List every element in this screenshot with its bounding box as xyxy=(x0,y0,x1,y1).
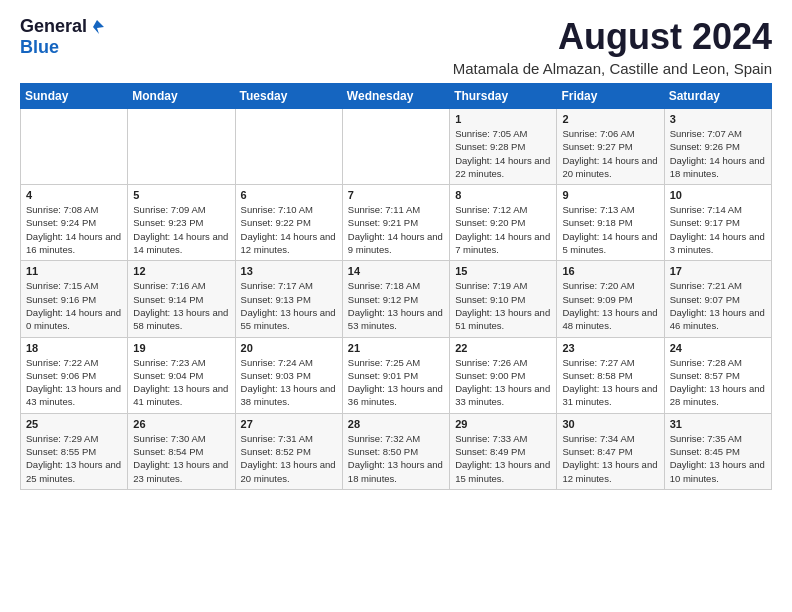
day-number: 6 xyxy=(241,189,337,201)
day-info: Sunrise: 7:08 AMSunset: 9:24 PMDaylight:… xyxy=(26,203,122,256)
day-cell: 26Sunrise: 7:30 AMSunset: 8:54 PMDayligh… xyxy=(128,413,235,489)
day-info: Sunrise: 7:12 AMSunset: 9:20 PMDaylight:… xyxy=(455,203,551,256)
day-info: Sunrise: 7:27 AMSunset: 8:58 PMDaylight:… xyxy=(562,356,658,409)
day-info: Sunrise: 7:23 AMSunset: 9:04 PMDaylight:… xyxy=(133,356,229,409)
day-info: Sunrise: 7:22 AMSunset: 9:06 PMDaylight:… xyxy=(26,356,122,409)
day-cell: 3Sunrise: 7:07 AMSunset: 9:26 PMDaylight… xyxy=(664,109,771,185)
day-number: 21 xyxy=(348,342,444,354)
day-cell: 22Sunrise: 7:26 AMSunset: 9:00 PMDayligh… xyxy=(450,337,557,413)
day-cell: 29Sunrise: 7:33 AMSunset: 8:49 PMDayligh… xyxy=(450,413,557,489)
day-info: Sunrise: 7:25 AMSunset: 9:01 PMDaylight:… xyxy=(348,356,444,409)
header: General Blue August 2024 Matamala de Alm… xyxy=(20,16,772,77)
day-cell: 23Sunrise: 7:27 AMSunset: 8:58 PMDayligh… xyxy=(557,337,664,413)
day-info: Sunrise: 7:29 AMSunset: 8:55 PMDaylight:… xyxy=(26,432,122,485)
day-info: Sunrise: 7:26 AMSunset: 9:00 PMDaylight:… xyxy=(455,356,551,409)
logo-blue: Blue xyxy=(20,37,59,57)
day-cell: 27Sunrise: 7:31 AMSunset: 8:52 PMDayligh… xyxy=(235,413,342,489)
week-row-0: 1Sunrise: 7:05 AMSunset: 9:28 PMDaylight… xyxy=(21,109,772,185)
day-info: Sunrise: 7:17 AMSunset: 9:13 PMDaylight:… xyxy=(241,279,337,332)
day-info: Sunrise: 7:09 AMSunset: 9:23 PMDaylight:… xyxy=(133,203,229,256)
day-cell: 2Sunrise: 7:06 AMSunset: 9:27 PMDaylight… xyxy=(557,109,664,185)
day-number: 4 xyxy=(26,189,122,201)
day-cell: 13Sunrise: 7:17 AMSunset: 9:13 PMDayligh… xyxy=(235,261,342,337)
day-number: 7 xyxy=(348,189,444,201)
calendar-table: SundayMondayTuesdayWednesdayThursdayFrid… xyxy=(20,83,772,490)
day-info: Sunrise: 7:30 AMSunset: 8:54 PMDaylight:… xyxy=(133,432,229,485)
day-number: 14 xyxy=(348,265,444,277)
day-cell: 10Sunrise: 7:14 AMSunset: 9:17 PMDayligh… xyxy=(664,185,771,261)
day-cell xyxy=(128,109,235,185)
day-cell xyxy=(21,109,128,185)
logo-bird-icon xyxy=(88,18,106,36)
day-cell: 4Sunrise: 7:08 AMSunset: 9:24 PMDaylight… xyxy=(21,185,128,261)
day-cell xyxy=(342,109,449,185)
day-info: Sunrise: 7:35 AMSunset: 8:45 PMDaylight:… xyxy=(670,432,766,485)
day-number: 11 xyxy=(26,265,122,277)
day-info: Sunrise: 7:14 AMSunset: 9:17 PMDaylight:… xyxy=(670,203,766,256)
day-number: 16 xyxy=(562,265,658,277)
day-cell xyxy=(235,109,342,185)
day-info: Sunrise: 7:13 AMSunset: 9:18 PMDaylight:… xyxy=(562,203,658,256)
day-info: Sunrise: 7:05 AMSunset: 9:28 PMDaylight:… xyxy=(455,127,551,180)
day-cell: 30Sunrise: 7:34 AMSunset: 8:47 PMDayligh… xyxy=(557,413,664,489)
day-cell: 15Sunrise: 7:19 AMSunset: 9:10 PMDayligh… xyxy=(450,261,557,337)
day-info: Sunrise: 7:07 AMSunset: 9:26 PMDaylight:… xyxy=(670,127,766,180)
day-cell: 17Sunrise: 7:21 AMSunset: 9:07 PMDayligh… xyxy=(664,261,771,337)
day-cell: 7Sunrise: 7:11 AMSunset: 9:21 PMDaylight… xyxy=(342,185,449,261)
header-sunday: Sunday xyxy=(21,84,128,109)
day-cell: 5Sunrise: 7:09 AMSunset: 9:23 PMDaylight… xyxy=(128,185,235,261)
page-title: August 2024 xyxy=(453,16,772,58)
day-cell: 19Sunrise: 7:23 AMSunset: 9:04 PMDayligh… xyxy=(128,337,235,413)
day-number: 23 xyxy=(562,342,658,354)
day-number: 2 xyxy=(562,113,658,125)
day-cell: 20Sunrise: 7:24 AMSunset: 9:03 PMDayligh… xyxy=(235,337,342,413)
day-info: Sunrise: 7:31 AMSunset: 8:52 PMDaylight:… xyxy=(241,432,337,485)
day-number: 17 xyxy=(670,265,766,277)
day-number: 22 xyxy=(455,342,551,354)
day-number: 27 xyxy=(241,418,337,430)
week-row-2: 11Sunrise: 7:15 AMSunset: 9:16 PMDayligh… xyxy=(21,261,772,337)
day-number: 12 xyxy=(133,265,229,277)
logo-general: General xyxy=(20,16,87,37)
day-cell: 11Sunrise: 7:15 AMSunset: 9:16 PMDayligh… xyxy=(21,261,128,337)
day-info: Sunrise: 7:06 AMSunset: 9:27 PMDaylight:… xyxy=(562,127,658,180)
day-number: 13 xyxy=(241,265,337,277)
day-number: 19 xyxy=(133,342,229,354)
day-info: Sunrise: 7:28 AMSunset: 8:57 PMDaylight:… xyxy=(670,356,766,409)
day-cell: 9Sunrise: 7:13 AMSunset: 9:18 PMDaylight… xyxy=(557,185,664,261)
week-row-3: 18Sunrise: 7:22 AMSunset: 9:06 PMDayligh… xyxy=(21,337,772,413)
day-info: Sunrise: 7:11 AMSunset: 9:21 PMDaylight:… xyxy=(348,203,444,256)
header-saturday: Saturday xyxy=(664,84,771,109)
week-row-1: 4Sunrise: 7:08 AMSunset: 9:24 PMDaylight… xyxy=(21,185,772,261)
day-number: 9 xyxy=(562,189,658,201)
day-cell: 12Sunrise: 7:16 AMSunset: 9:14 PMDayligh… xyxy=(128,261,235,337)
days-of-week-row: SundayMondayTuesdayWednesdayThursdayFrid… xyxy=(21,84,772,109)
day-number: 15 xyxy=(455,265,551,277)
day-info: Sunrise: 7:19 AMSunset: 9:10 PMDaylight:… xyxy=(455,279,551,332)
day-info: Sunrise: 7:10 AMSunset: 9:22 PMDaylight:… xyxy=(241,203,337,256)
day-info: Sunrise: 7:32 AMSunset: 8:50 PMDaylight:… xyxy=(348,432,444,485)
day-number: 24 xyxy=(670,342,766,354)
day-info: Sunrise: 7:34 AMSunset: 8:47 PMDaylight:… xyxy=(562,432,658,485)
day-info: Sunrise: 7:16 AMSunset: 9:14 PMDaylight:… xyxy=(133,279,229,332)
day-number: 10 xyxy=(670,189,766,201)
day-info: Sunrise: 7:21 AMSunset: 9:07 PMDaylight:… xyxy=(670,279,766,332)
logo: General Blue xyxy=(20,16,107,58)
day-number: 5 xyxy=(133,189,229,201)
title-area: August 2024 Matamala de Almazan, Castill… xyxy=(453,16,772,77)
week-row-4: 25Sunrise: 7:29 AMSunset: 8:55 PMDayligh… xyxy=(21,413,772,489)
day-cell: 6Sunrise: 7:10 AMSunset: 9:22 PMDaylight… xyxy=(235,185,342,261)
day-info: Sunrise: 7:24 AMSunset: 9:03 PMDaylight:… xyxy=(241,356,337,409)
header-thursday: Thursday xyxy=(450,84,557,109)
day-info: Sunrise: 7:18 AMSunset: 9:12 PMDaylight:… xyxy=(348,279,444,332)
day-cell: 25Sunrise: 7:29 AMSunset: 8:55 PMDayligh… xyxy=(21,413,128,489)
day-cell: 16Sunrise: 7:20 AMSunset: 9:09 PMDayligh… xyxy=(557,261,664,337)
day-number: 30 xyxy=(562,418,658,430)
day-number: 25 xyxy=(26,418,122,430)
day-cell: 31Sunrise: 7:35 AMSunset: 8:45 PMDayligh… xyxy=(664,413,771,489)
header-monday: Monday xyxy=(128,84,235,109)
day-number: 29 xyxy=(455,418,551,430)
header-tuesday: Tuesday xyxy=(235,84,342,109)
header-wednesday: Wednesday xyxy=(342,84,449,109)
day-cell: 14Sunrise: 7:18 AMSunset: 9:12 PMDayligh… xyxy=(342,261,449,337)
